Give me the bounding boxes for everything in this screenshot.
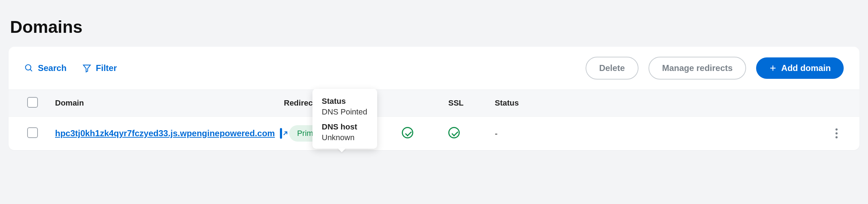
tooltip-dnshost-value: Unknown [322,133,367,142]
domain-link[interactable]: hpc3tj0kh1zk4qyr7fczyed33.js.wpenginepow… [55,128,275,138]
add-domain-button[interactable]: Add domain [756,57,844,79]
col-status: Status [495,98,566,108]
tooltip-status-value: DNS Pointed [322,107,367,117]
plus-icon [769,64,777,72]
status-value: - [495,128,498,138]
svg-point-0 [25,65,31,70]
search-button[interactable]: Search [24,63,66,73]
add-domain-label: Add domain [781,63,831,73]
table-row: hpc3tj0kh1zk4qyr7fczyed33.js.wpenginepow… [9,117,859,150]
toolbar: Search Filter Delete Manage redirects Ad… [9,47,859,90]
search-icon [24,63,34,73]
manage-redirects-button[interactable]: Manage redirects [648,57,746,80]
dns-ok-icon [402,127,413,138]
delete-button[interactable]: Delete [586,57,638,80]
select-all-checkbox[interactable] [27,97,38,108]
row-checkbox[interactable] [27,127,38,138]
filter-icon [82,63,92,73]
external-link-icon[interactable] [280,128,282,139]
svg-marker-2 [83,65,90,72]
search-label: Search [38,63,66,73]
tooltip-status-label: Status [322,97,367,106]
dns-tooltip: Status DNS Pointed DNS host Unknown [312,89,377,149]
col-ssl: SSL [448,98,495,108]
table-header: Domain Redirect to SSL Status [9,90,859,117]
svg-line-5 [283,132,287,135]
col-domain: Domain [55,98,284,108]
row-menu-button[interactable] [831,128,842,139]
filter-label: Filter [96,63,117,73]
svg-line-1 [30,69,32,71]
domains-panel: Search Filter Delete Manage redirects Ad… [9,47,859,150]
ssl-ok-icon [448,127,460,138]
page-title: Domains [10,17,859,37]
tooltip-dnshost-label: DNS host [322,122,367,132]
filter-button[interactable]: Filter [82,63,117,73]
